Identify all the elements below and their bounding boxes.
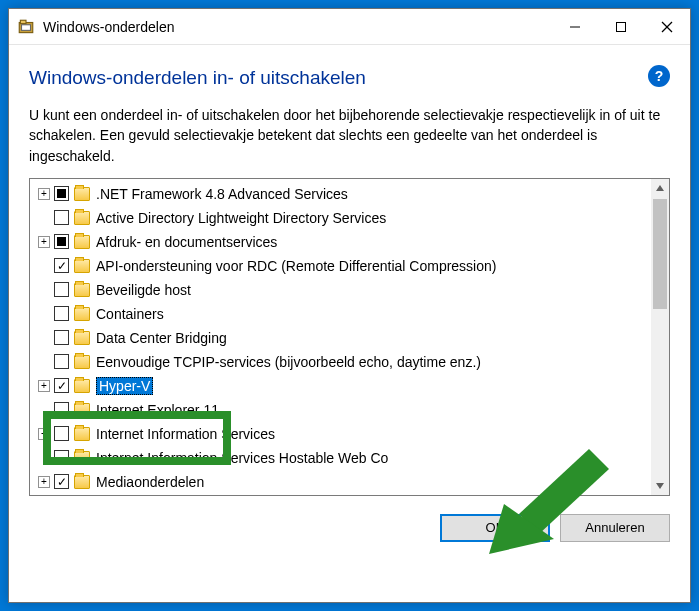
- feature-checkbox[interactable]: [54, 210, 69, 225]
- feature-label: Eenvoudige TCPIP-services (bijvoorbeeld …: [96, 354, 481, 370]
- feature-row[interactable]: +Mediaonderdelen: [30, 470, 651, 494]
- page-description: U kunt een onderdeel in- of uitschakelen…: [29, 105, 670, 166]
- features-tree[interactable]: +.NET Framework 4.8 Advanced ServicesAct…: [30, 179, 651, 495]
- window-controls: [552, 9, 690, 44]
- feature-row[interactable]: Containers: [30, 302, 651, 326]
- feature-checkbox[interactable]: [54, 186, 69, 201]
- feature-label: Internet Information Services Hostable W…: [96, 450, 388, 466]
- folder-icon: [74, 211, 90, 225]
- expand-spacer: [38, 452, 50, 464]
- feature-checkbox[interactable]: [54, 330, 69, 345]
- scrollbar-thumb[interactable]: [653, 199, 667, 309]
- feature-checkbox[interactable]: [54, 282, 69, 297]
- folder-icon: [74, 187, 90, 201]
- folder-icon: [74, 355, 90, 369]
- feature-checkbox[interactable]: [54, 426, 69, 441]
- feature-label: Data Center Bridging: [96, 330, 227, 346]
- feature-checkbox[interactable]: [54, 354, 69, 369]
- folder-icon: [74, 379, 90, 393]
- feature-label: Active Directory Lightweight Directory S…: [96, 210, 386, 226]
- folder-icon: [74, 475, 90, 489]
- svg-marker-7: [656, 185, 664, 191]
- features-listbox: +.NET Framework 4.8 Advanced ServicesAct…: [29, 178, 670, 496]
- feature-row[interactable]: +Afdruk- en documentservices: [30, 230, 651, 254]
- expand-toggle[interactable]: +: [38, 236, 50, 248]
- feature-row[interactable]: Beveiligde host: [30, 278, 651, 302]
- feature-checkbox[interactable]: [54, 402, 69, 417]
- feature-checkbox[interactable]: [54, 234, 69, 249]
- window-title: Windows-onderdelen: [43, 19, 552, 35]
- expand-spacer: [38, 404, 50, 416]
- feature-row[interactable]: +.NET Framework 4.8 Advanced Services: [30, 182, 651, 206]
- title-bar[interactable]: Windows-onderdelen: [9, 9, 690, 45]
- expand-spacer: [38, 260, 50, 272]
- close-button[interactable]: [644, 9, 690, 44]
- expand-spacer: [38, 212, 50, 224]
- expand-toggle[interactable]: +: [38, 428, 50, 440]
- folder-icon: [74, 283, 90, 297]
- feature-label: Internet Information Services: [96, 426, 275, 442]
- minimize-button[interactable]: [552, 9, 598, 44]
- ok-button[interactable]: OK: [440, 514, 550, 542]
- feature-checkbox[interactable]: [54, 474, 69, 489]
- feature-checkbox[interactable]: [54, 306, 69, 321]
- scroll-down-button[interactable]: [651, 477, 669, 495]
- feature-row[interactable]: Internet Information Services Hostable W…: [30, 446, 651, 470]
- feature-row[interactable]: Data Center Bridging: [30, 326, 651, 350]
- feature-row[interactable]: Eenvoudige TCPIP-services (bijvoorbeeld …: [30, 350, 651, 374]
- maximize-button[interactable]: [598, 9, 644, 44]
- feature-checkbox[interactable]: [54, 258, 69, 273]
- page-heading: Windows-onderdelen in- of uitschakelen: [29, 67, 670, 89]
- feature-row[interactable]: Internet Explorer 11: [30, 398, 651, 422]
- dialog-buttons: OK Annuleren: [29, 514, 670, 542]
- folder-icon: [74, 307, 90, 321]
- feature-label: Mediaonderdelen: [96, 474, 204, 490]
- folder-icon: [74, 259, 90, 273]
- expand-spacer: [38, 284, 50, 296]
- svg-rect-4: [617, 22, 626, 31]
- feature-row[interactable]: API-ondersteuning voor RDC (Remote Diffe…: [30, 254, 651, 278]
- folder-icon: [74, 427, 90, 441]
- expand-toggle[interactable]: +: [38, 476, 50, 488]
- feature-label: Containers: [96, 306, 164, 322]
- feature-checkbox[interactable]: [54, 378, 69, 393]
- folder-icon: [74, 331, 90, 345]
- feature-label: .NET Framework 4.8 Advanced Services: [96, 186, 348, 202]
- feature-label: Afdruk- en documentservices: [96, 234, 277, 250]
- app-icon: [17, 18, 35, 36]
- expand-spacer: [38, 356, 50, 368]
- expand-spacer: [38, 332, 50, 344]
- feature-checkbox[interactable]: [54, 450, 69, 465]
- feature-label: Beveiligde host: [96, 282, 191, 298]
- svg-marker-8: [656, 483, 664, 489]
- feature-row[interactable]: +Internet Information Services: [30, 422, 651, 446]
- expand-spacer: [38, 308, 50, 320]
- expand-toggle[interactable]: +: [38, 380, 50, 392]
- dialog-content: ? Windows-onderdelen in- of uitschakelen…: [9, 45, 690, 556]
- folder-icon: [74, 451, 90, 465]
- feature-label: API-ondersteuning voor RDC (Remote Diffe…: [96, 258, 496, 274]
- feature-label: Hyper-V: [96, 377, 153, 395]
- svg-rect-1: [20, 20, 26, 23]
- cancel-button[interactable]: Annuleren: [560, 514, 670, 542]
- scroll-up-button[interactable]: [651, 179, 669, 197]
- feature-row[interactable]: Active Directory Lightweight Directory S…: [30, 206, 651, 230]
- dialog-window: Windows-onderdelen ? Windows-onderdelen …: [8, 8, 691, 603]
- expand-toggle[interactable]: +: [38, 188, 50, 200]
- folder-icon: [74, 235, 90, 249]
- feature-label: Internet Explorer 11: [96, 402, 219, 418]
- feature-row[interactable]: +Hyper-V: [30, 374, 651, 398]
- svg-rect-2: [22, 24, 31, 30]
- vertical-scrollbar[interactable]: [651, 179, 669, 495]
- help-icon[interactable]: ?: [648, 65, 670, 87]
- folder-icon: [74, 403, 90, 417]
